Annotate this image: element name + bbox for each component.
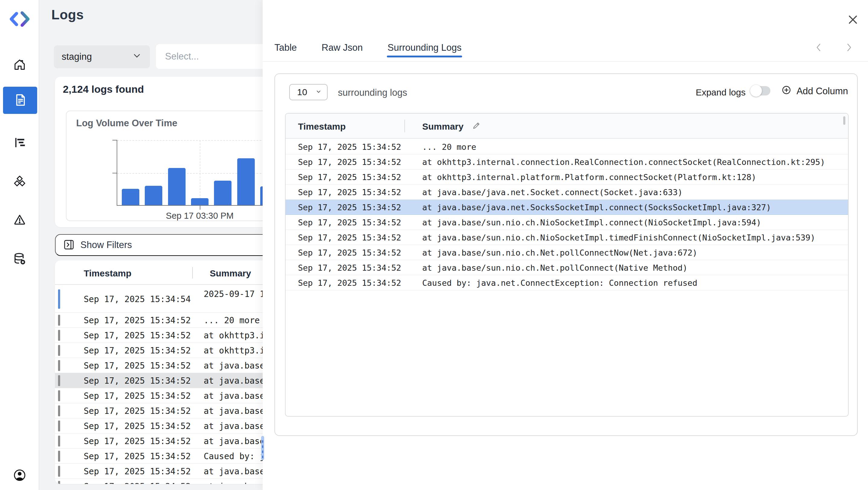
row-timestamp: Sep 17, 2025 15:34:52 [84, 375, 191, 386]
trace-spans-icon [13, 136, 27, 151]
sidebar-item-datasources[interactable] [0, 246, 39, 273]
row-summary: at okhttp3.internal.connection.RealConne… [422, 157, 825, 166]
surrounding-log-row[interactable]: Sep 17, 2025 15:34:52at java.base/sun.ni… [286, 215, 848, 230]
severity-accent-bar [58, 330, 60, 341]
row-timestamp: Sep 17, 2025 15:34:52 [298, 218, 401, 227]
page-title: Logs [51, 7, 84, 22]
surrounding-logs-label: surrounding logs [338, 87, 407, 98]
row-timestamp: Sep 17, 2025 15:34:52 [298, 202, 401, 212]
surrounding-count-value: 10 [297, 87, 307, 97]
surrounding-log-row[interactable]: Sep 17, 2025 15:34:52at okhttp3.internal… [286, 169, 848, 185]
surrounding-log-row[interactable]: Sep 17, 2025 15:34:52at java.base/sun.ni… [286, 260, 848, 275]
surrounding-log-row[interactable]: Sep 17, 2025 15:34:52at java.base/sun.ni… [286, 230, 848, 245]
row-summary: at java.base/sun.nio.ch.Net.pollConnect(… [422, 263, 688, 272]
row-timestamp: Sep 17, 2025 15:34:52 [84, 360, 191, 370]
chart-bar [237, 158, 255, 205]
surrounding-log-row[interactable]: Sep 17, 2025 15:34:52at java.base/java.n… [286, 185, 848, 200]
table-scrollbar-thumb[interactable] [843, 116, 845, 125]
row-timestamp: Sep 17, 2025 15:34:52 [84, 391, 191, 400]
row-summary: at java.base/java.net.SocksSocketImpl.co… [422, 202, 771, 212]
tab-surrounding-logs[interactable]: Surrounding Logs [387, 42, 462, 57]
severity-accent-bar [58, 375, 60, 386]
row-timestamp: Sep 17, 2025 15:34:52 [84, 345, 191, 355]
severity-accent-bar [58, 466, 60, 477]
surrounding-log-row[interactable]: Sep 17, 2025 15:34:52at okhttp3.internal… [286, 154, 848, 169]
chart-bar [214, 181, 231, 205]
row-summary: ... 20 more [204, 315, 259, 325]
surrounding-log-row[interactable]: Sep 17, 2025 15:34:52at java.base/java.n… [286, 200, 848, 215]
database-add-icon [13, 252, 27, 267]
row-timestamp: Sep 17, 2025 15:34:52 [84, 466, 191, 476]
surrounding-count-select[interactable]: 10 [289, 84, 328, 100]
severity-accent-bar [58, 289, 60, 309]
sidebar-item-alerts[interactable] [0, 206, 39, 233]
nav-sidebar [0, 0, 39, 490]
row-summary: at java.base/ [204, 466, 270, 476]
column-header-summary: Summary [422, 122, 464, 132]
row-timestamp: Sep 17, 2025 15:34:52 [84, 436, 191, 446]
account-icon [13, 468, 27, 483]
severity-accent-bar [58, 451, 60, 462]
toggle-knob [750, 85, 762, 97]
add-column-button[interactable]: Add Column [781, 85, 848, 98]
column-header-timestamp: Timestamp [298, 122, 346, 132]
row-timestamp: Sep 17, 2025 15:34:52 [84, 421, 191, 431]
tabs-divider [262, 61, 868, 62]
sidebar-item-logs[interactable] [3, 87, 37, 114]
surrounding-log-row[interactable]: Sep 17, 2025 15:34:52at java.base/sun.ni… [286, 245, 848, 260]
x-axis-tick [200, 206, 200, 210]
row-timestamp: Sep 17, 2025 15:34:52 [298, 157, 401, 166]
logs-table-scrollbar-thumb[interactable] [261, 436, 264, 460]
tab-raw-json[interactable]: Raw Json [321, 42, 363, 57]
expand-logs-toggle[interactable] [751, 86, 770, 95]
row-timestamp: Sep 17, 2025 15:34:54 [84, 294, 191, 304]
row-timestamp: Sep 17, 2025 15:34:52 [84, 451, 191, 461]
environment-select-value: staging [62, 51, 92, 62]
column-divider [404, 120, 405, 132]
surrounding-logs-table: Timestamp Summary Sep 17, 2025 15:34:52.… [285, 113, 849, 417]
row-summary: at java.base/sun.nio.ch.Net.pollConnectN… [422, 248, 697, 257]
column-header-summary: Summary [210, 268, 251, 279]
chart-bar [145, 186, 162, 205]
row-timestamp: Sep 17, 2025 15:34:52 [298, 233, 401, 242]
previous-log-button[interactable] [813, 42, 825, 54]
y-axis-tick [113, 173, 117, 173]
severity-accent-bar [58, 315, 60, 326]
row-summary: Caused by: java.net.ConnectException: Co… [422, 278, 697, 287]
environment-select[interactable]: staging [54, 45, 150, 68]
chart-bar [122, 189, 139, 205]
close-button[interactable] [846, 13, 860, 27]
account-button[interactable] [0, 466, 39, 485]
sidebar-item-traces[interactable] [0, 129, 39, 157]
row-summary: at java.base/ [204, 481, 270, 484]
surrounding-logs-panel: 10 surrounding logs Expand logs Add Colu… [274, 73, 858, 436]
row-timestamp: Sep 17, 2025 15:34:52 [298, 187, 401, 197]
expand-logs-label: Expand logs [696, 87, 746, 98]
sidebar-item-blocks[interactable] [0, 168, 39, 195]
row-summary: at java.base/sun.nio.ch.NioSocketImpl.co… [422, 218, 761, 227]
surrounding-log-row[interactable]: Sep 17, 2025 15:34:52Caused by: java.net… [286, 275, 848, 290]
show-filters-label: Show Filters [81, 239, 132, 251]
plus-circle-icon [781, 85, 792, 98]
results-count: 2,124 logs found [63, 84, 144, 95]
row-summary: at java.base/sun.nio.ch.NioSocketImpl.ti… [422, 233, 815, 242]
chevron-right-icon [843, 50, 855, 54]
home-icon [13, 58, 27, 72]
tab-table[interactable]: Table [274, 42, 298, 57]
open-panel-icon [63, 239, 75, 252]
next-log-button[interactable] [843, 42, 855, 54]
row-timestamp: Sep 17, 2025 15:34:52 [298, 263, 401, 272]
severity-accent-bar [58, 436, 60, 447]
detail-tabs: TableRaw JsonSurrounding Logs [274, 42, 462, 57]
column-header-timestamp: Timestamp [84, 268, 131, 279]
surrounding-log-row[interactable]: Sep 17, 2025 15:34:52... 20 more [286, 139, 848, 154]
severity-accent-bar [58, 481, 60, 484]
y-axis-tick [113, 140, 117, 140]
edit-column-button[interactable] [472, 121, 481, 131]
row-summary: 2025-09-17 10 [204, 289, 270, 299]
row-timestamp: Sep 17, 2025 15:34:52 [84, 315, 191, 325]
sidebar-item-home[interactable] [0, 51, 39, 78]
row-timestamp: Sep 17, 2025 15:34:52 [298, 248, 401, 257]
severity-accent-bar [58, 360, 60, 371]
chevron-down-icon [132, 51, 142, 63]
